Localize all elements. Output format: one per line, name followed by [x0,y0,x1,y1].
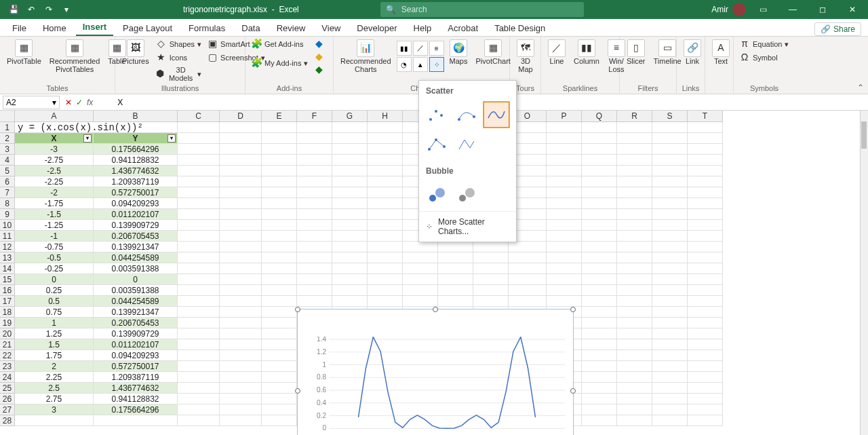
collapse-ribbon-icon[interactable]: ⌃ [857,83,864,92]
cell-y[interactable]: 0 [94,274,178,285]
3d-map-button[interactable]: 🗺3D Map [514,38,537,75]
resize-handle[interactable] [570,307,576,312]
sparkline-line-button[interactable]: ／Line [545,38,568,67]
cell-x[interactable]: -1 [15,231,94,242]
resize-handle[interactable] [433,307,438,312]
cell-y[interactable]: 1.436774632 [94,166,178,176]
row-header-5[interactable]: 5 [0,166,15,176]
cell-x[interactable]: 1.5 [15,339,94,350]
cell-x[interactable]: 2.25 [15,372,94,383]
scatter-chart-button[interactable]: ⁘ [429,57,444,72]
cell-x[interactable]: -1.5 [15,209,94,220]
row-header-2[interactable]: 2 [0,133,15,144]
cell-x[interactable]: 2.75 [15,394,94,404]
cell-y[interactable]: 0.011202107 [94,339,178,350]
cell-y[interactable]: 1.209387119 [94,176,178,187]
table-header-x[interactable]: X▾ [15,133,94,144]
row-header-11[interactable]: 11 [0,231,15,242]
row-header-17[interactable]: 17 [0,296,15,307]
tab-page-layout[interactable]: Page Layout [116,20,179,36]
resize-handle[interactable] [295,388,300,394]
col-header-T[interactable]: T [688,111,723,122]
formula-title-cell[interactable]: y = (x.cos(x).sin(x))² [15,122,178,133]
scatter-straight-markers[interactable] [423,131,450,158]
cell-x[interactable]: 1 [15,318,94,328]
recommended-charts-button[interactable]: 📊Recommended Charts [338,38,394,75]
cell-y[interactable]: 0.206705453 [94,318,178,328]
row-header-24[interactable]: 24 [0,372,15,383]
row-header-8[interactable]: 8 [0,198,15,209]
redo-icon[interactable]: ↷ [41,1,57,18]
link-button[interactable]: 🔗Link [681,38,704,67]
cell-x[interactable]: -1.75 [15,198,94,209]
col-header-S[interactable]: S [652,111,688,122]
cell-x[interactable]: -2 [15,187,94,198]
row-header-18[interactable]: 18 [0,307,15,318]
scatter-smooth-markers[interactable] [453,101,480,128]
area-chart-button[interactable]: ▲ [413,57,428,72]
cell-y[interactable]: 0.003591388 [94,285,178,296]
row-header-6[interactable]: 6 [0,176,15,187]
cell-x[interactable]: 0.5 [15,296,94,307]
scatter-smooth-lines[interactable] [483,101,510,128]
row-header-20[interactable]: 20 [0,328,15,339]
cell-y[interactable]: 0.572750017 [94,187,178,198]
row-header-12[interactable]: 12 [0,242,15,252]
sparkline-column-button[interactable]: ▮▮Column [571,38,602,67]
row-header-1[interactable]: 1 [0,122,15,133]
cell-x[interactable]: -2.25 [15,176,94,187]
cell-x[interactable]: -2.75 [15,155,94,166]
more-scatter-charts[interactable]: ⁘ More Scatter Charts... [419,211,516,242]
cell-y[interactable]: 0.094209293 [94,350,178,361]
pivottable-button[interactable]: ▦PivotTable [4,38,44,67]
enter-formula-icon[interactable]: ✓ [76,98,83,107]
cell-y[interactable]: 1.209387119 [94,372,178,383]
row-header-4[interactable]: 4 [0,155,15,166]
row-header-25[interactable]: 25 [0,383,15,394]
equation-button[interactable]: πEquation ▾ [738,38,790,50]
maps-button[interactable]: 🌍Maps [447,38,471,67]
row-header-26[interactable]: 26 [0,394,15,404]
row-header-7[interactable]: 7 [0,187,15,198]
pivotchart-button[interactable]: ▦PivotChart [473,38,513,67]
cell-y[interactable]: 0.003591388 [94,263,178,274]
search-box[interactable]: 🔍 Search [380,2,584,17]
close-icon[interactable]: ✕ [840,0,865,19]
row-header-27[interactable]: 27 [0,404,15,415]
qat-more-icon[interactable]: ▾ [58,1,75,18]
fx-icon[interactable]: fx [87,98,98,107]
row-headers[interactable]: 1234567891011121314151617181920212223242… [0,122,15,426]
cell-x[interactable]: -0.75 [15,242,94,252]
row-header-10[interactable]: 10 [0,220,15,231]
line-chart-button[interactable]: ／ [413,41,428,56]
icons-button[interactable]: ★Icons [155,52,203,64]
col-header-A[interactable]: A [15,111,94,122]
tab-insert[interactable]: Insert [76,19,113,36]
save-icon[interactable]: 💾 [5,1,22,18]
cell-x[interactable]: 0 [15,274,94,285]
col-header-R[interactable]: R [617,111,652,122]
cell-y[interactable]: 0.572750017 [94,361,178,372]
pie-chart-button[interactable]: ◔ [397,57,412,72]
share-button[interactable]: 🔗 Share [814,22,861,36]
row-header-13[interactable]: 13 [0,252,15,263]
table-header-y[interactable]: Y▾ [94,133,178,144]
tab-view[interactable]: View [315,20,347,36]
column-headers[interactable]: ABCDEFGHLMNOPQRST [15,111,723,122]
visio-addin[interactable]: ◆ [312,64,326,76]
filter-dropdown-icon[interactable]: ▾ [83,134,92,143]
cell-x[interactable]: 0.75 [15,307,94,318]
bubble-2d[interactable] [423,181,450,208]
tab-table-design[interactable]: Table Design [488,20,552,36]
cell-y[interactable]: 0.044254589 [94,296,178,307]
people-graph-addin[interactable]: ◆ [312,51,326,63]
shapes-button[interactable]: ◇Shapes ▾ [155,38,203,50]
cancel-formula-icon[interactable]: ✕ [65,98,72,107]
pictures-button[interactable]: 🖼Pictures [119,38,152,67]
text-button[interactable]: AText [709,38,732,67]
embedded-chart[interactable]: -0.200.20.40.60.811.21.4-4-3-2-101234 [297,309,574,435]
maximize-icon[interactable]: ◻ [810,0,835,19]
tab-formulas[interactable]: Formulas [182,20,232,36]
tab-developer[interactable]: Developer [350,20,403,36]
cell-x[interactable]: -0.25 [15,263,94,274]
